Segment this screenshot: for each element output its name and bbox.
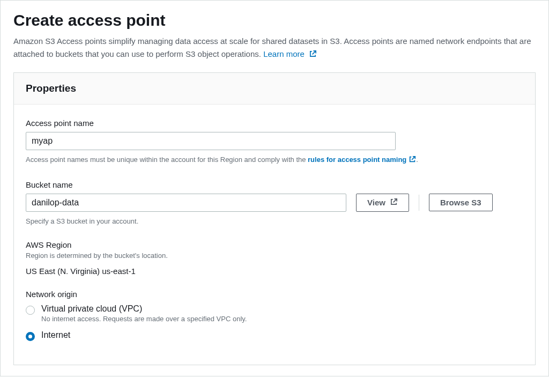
access-point-name-input[interactable] xyxy=(26,132,396,150)
page-description: Amazon S3 Access points simplify managin… xyxy=(13,35,536,62)
learn-more-label: Learn more xyxy=(263,49,305,58)
bucket-row: View Browse S3 xyxy=(26,194,523,212)
aws-region-label: AWS Region xyxy=(26,240,523,249)
aws-region-group: AWS Region Region is determined by the b… xyxy=(26,240,523,276)
learn-more-link[interactable]: Learn more xyxy=(263,49,317,58)
page-title: Create access point xyxy=(13,11,536,29)
radio-option-internet[interactable]: Internet xyxy=(26,330,523,341)
create-access-point-page: Create access point Amazon S3 Access poi… xyxy=(0,0,549,376)
aws-region-value: US East (N. Virginia) us-east-1 xyxy=(26,267,523,276)
external-link-icon xyxy=(390,198,398,208)
naming-rules-link[interactable]: rules for access point naming xyxy=(308,156,416,164)
panel-header: Properties xyxy=(14,73,535,105)
bucket-name-label: Bucket name xyxy=(26,180,523,189)
aws-region-hint: Region is determined by the bucket's loc… xyxy=(26,250,523,261)
external-link-icon xyxy=(409,156,416,166)
radio-body: Virtual private cloud (VPC) No internet … xyxy=(41,304,523,323)
network-origin-radio-group: Virtual private cloud (VPC) No internet … xyxy=(26,304,523,341)
access-point-name-group: Access point name Access point names mus… xyxy=(26,119,523,166)
external-link-icon xyxy=(309,49,317,62)
bucket-name-hint: Specify a S3 bucket in your account. xyxy=(26,216,523,227)
bucket-name-group: Bucket name View xyxy=(26,180,523,227)
panel-title: Properties xyxy=(26,83,523,94)
view-button-label: View xyxy=(367,198,385,207)
naming-rules-label: rules for access point naming xyxy=(308,156,406,164)
properties-panel: Properties Access point name Access poin… xyxy=(13,72,536,365)
access-point-name-hint: Access point names must be unique within… xyxy=(26,154,523,166)
network-origin-label: Network origin xyxy=(26,290,523,299)
access-point-name-label: Access point name xyxy=(26,119,523,128)
radio-icon xyxy=(26,332,35,341)
hint-prefix: Access point names must be unique within… xyxy=(26,156,308,164)
view-button[interactable]: View xyxy=(356,194,409,212)
bucket-name-input[interactable] xyxy=(26,194,346,212)
radio-label-vpc: Virtual private cloud (VPC) xyxy=(41,304,523,314)
radio-option-vpc[interactable]: Virtual private cloud (VPC) No internet … xyxy=(26,304,523,323)
radio-desc-vpc: No internet access. Requests are made ov… xyxy=(41,315,523,323)
panel-body: Access point name Access point names mus… xyxy=(14,105,535,365)
radio-body: Internet xyxy=(41,330,523,340)
divider xyxy=(419,195,419,211)
browse-s3-label: Browse S3 xyxy=(440,198,481,207)
radio-label-internet: Internet xyxy=(41,330,523,340)
radio-icon xyxy=(26,306,35,315)
network-origin-group: Network origin Virtual private cloud (VP… xyxy=(26,290,523,341)
browse-s3-button[interactable]: Browse S3 xyxy=(429,194,493,211)
hint-suffix: . xyxy=(416,156,418,164)
